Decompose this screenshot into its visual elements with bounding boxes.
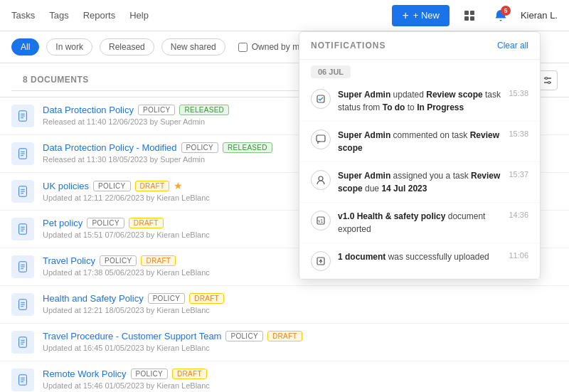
plus-icon: +	[402, 9, 408, 22]
nav-help[interactable]: Help	[129, 10, 149, 21]
doc-title: Remote Work Policy	[43, 369, 127, 379]
doc-title-row: Remote Work Policy POLICYDRAFT	[43, 369, 558, 379]
notification-badge: 5	[501, 6, 511, 16]
filter-released[interactable]: Released	[100, 38, 154, 55]
notif-icon	[311, 251, 331, 271]
doc-meta: Updated at 16:45 01/05/2023 by Kieran Le…	[43, 344, 558, 352]
document-icon	[16, 223, 29, 235]
document-icon	[16, 298, 29, 311]
date-badge: 06 JUL	[311, 65, 351, 78]
tag-draft: DRAFT	[189, 293, 224, 304]
top-nav: Tasks Tags Reports Help + + New 5 Kieran…	[0, 0, 569, 31]
notification-item[interactable]: Super Admin commented on task Review sco…	[299, 122, 540, 162]
svg-point-6	[546, 77, 548, 79]
doc-icon	[11, 180, 34, 203]
nav-reports[interactable]: Reports	[83, 10, 116, 21]
document-icon	[16, 374, 29, 386]
doc-icon	[11, 331, 34, 354]
doc-meta: Updated at 12:21 18/05/2023 by Kieran Le…	[43, 306, 558, 314]
notification-item[interactable]: Super Admin updated Review scope task st…	[299, 81, 540, 122]
notif-time: 14:36	[509, 211, 528, 219]
doc-title: Data Protection Policy - Modified	[43, 142, 177, 153]
new-button[interactable]: + + New	[392, 5, 450, 26]
tag-draft: DRAFT	[141, 255, 176, 266]
doc-title: Health and Safety Policy	[43, 293, 144, 304]
grid-icon	[463, 9, 476, 22]
tag-draft: DRAFT	[129, 218, 164, 228]
doc-meta: Updated at 15:46 01/05/2023 by Kieran Le…	[43, 381, 558, 390]
tag-policy: POLICY	[138, 105, 175, 115]
document-icon	[16, 336, 29, 349]
doc-info: Remote Work Policy POLICYDRAFT Updated a…	[43, 369, 558, 390]
svg-rect-1	[470, 11, 474, 15]
doc-title: Travel Procedure - Customer Support Team	[43, 331, 221, 341]
doc-icon	[11, 142, 34, 165]
svg-point-50	[319, 176, 323, 181]
notifications-title: NOTIFICATIONS	[311, 41, 385, 51]
notif-icon: v1	[311, 211, 331, 231]
doc-title-row: Travel Procedure - Customer Support Team…	[43, 331, 558, 341]
tag-policy: POLICY	[93, 181, 130, 191]
notif-icon	[311, 170, 331, 190]
owned-checkbox[interactable]	[238, 43, 248, 52]
tag-draft: DRAFT	[267, 331, 302, 341]
doc-icon	[11, 105, 34, 127]
sliders-icon	[543, 75, 553, 85]
notif-text: Super Admin updated Review scope task st…	[338, 88, 501, 114]
doc-title-row: Health and Safety Policy POLICYDRAFT	[43, 293, 558, 304]
nav-tasks[interactable]: Tasks	[11, 10, 35, 21]
user-name[interactable]: Kieran L.	[521, 10, 558, 21]
tag-released: RELEASED	[179, 105, 229, 115]
notif-icon	[311, 129, 331, 149]
doc-title: UK policies	[43, 181, 89, 191]
notification-item[interactable]: Super Admin assigned you a task Review s…	[299, 162, 540, 203]
doc-title: Travel Policy	[43, 255, 95, 266]
notif-time: 11:06	[509, 251, 528, 260]
svg-text:v1: v1	[318, 218, 324, 223]
tag-policy: POLICY	[225, 331, 262, 341]
star-icon: ★	[174, 180, 183, 191]
document-icon	[16, 147, 29, 160]
notif-text: Super Admin commented on task Review sco…	[338, 129, 501, 154]
document-icon	[16, 185, 29, 198]
notification-item[interactable]: v1 v1.0 Health & safety policy document …	[299, 203, 540, 243]
filter-in-work[interactable]: In work	[46, 38, 92, 55]
notif-icon	[311, 89, 331, 109]
notifications-list: 06 JUL Super Admin updated Review scope …	[299, 60, 540, 279]
notif-text: v1.0 Health & safety policy document exp…	[338, 210, 501, 235]
doc-item[interactable]: Remote Work Policy POLICYDRAFT Updated a…	[0, 361, 569, 392]
filter-adjust-button[interactable]	[538, 70, 558, 90]
nav-right: + + New 5 Kieran L.	[392, 4, 558, 27]
svg-rect-2	[464, 16, 469, 21]
svg-rect-48	[317, 95, 324, 102]
notifications-header: NOTIFICATIONS Clear all	[299, 32, 540, 60]
svg-rect-0	[464, 11, 469, 15]
doc-item[interactable]: Travel Procedure - Customer Support Team…	[0, 324, 569, 361]
notif-text: Super Admin assigned you a task Review s…	[338, 169, 501, 195]
doc-info: Health and Safety Policy POLICYDRAFT Upd…	[43, 293, 558, 314]
notifications-button[interactable]: 5	[489, 4, 512, 27]
doc-title: Pet policy	[43, 218, 83, 228]
tag-released: RELEASED	[223, 142, 272, 153]
document-icon	[16, 260, 29, 273]
svg-rect-49	[317, 135, 325, 142]
notif-text: 1 document was successfully uploaded	[338, 250, 501, 263]
svg-point-7	[548, 81, 551, 83]
owned-by-me-filter[interactable]: Owned by me	[238, 42, 304, 52]
doc-title: Data Protection Policy	[43, 105, 134, 115]
nav-tags[interactable]: Tags	[49, 10, 68, 21]
nav-links: Tasks Tags Reports Help	[11, 10, 392, 21]
tag-policy: POLICY	[131, 369, 168, 379]
notif-time: 15:37	[509, 170, 528, 179]
grid-icon-button[interactable]	[458, 4, 481, 27]
doc-item[interactable]: Health and Safety Policy POLICYDRAFT Upd…	[0, 286, 569, 324]
tag-draft: DRAFT	[135, 181, 170, 191]
notif-time: 15:38	[509, 129, 528, 138]
clear-all-button[interactable]: Clear all	[497, 41, 528, 51]
doc-icon	[11, 293, 34, 316]
doc-icon	[11, 369, 34, 391]
notification-item[interactable]: 1 document was successfully uploaded 11:…	[299, 243, 540, 279]
doc-icon	[11, 255, 34, 278]
filter-new-shared[interactable]: New shared	[161, 38, 225, 55]
filter-all[interactable]: All	[11, 38, 39, 55]
